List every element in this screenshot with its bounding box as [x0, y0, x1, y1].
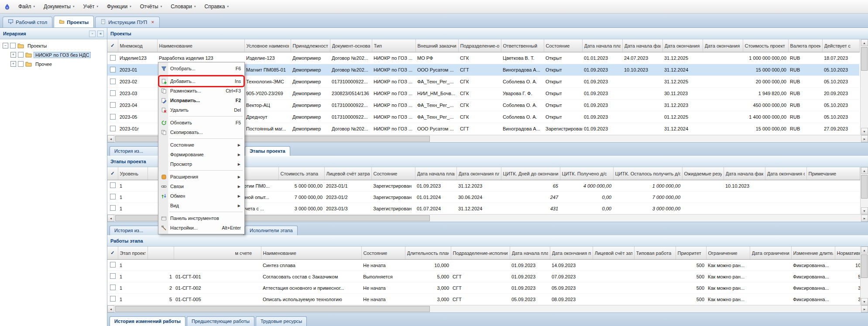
tab-Предшествующие работы[interactable]: Предшествующие работы — [187, 316, 254, 326]
column-header-Дата окончания ф[interactable]: Дата окончания ф — [765, 167, 806, 180]
context-menu-item-Настройки...[interactable]: Настройки...Alt+Enter — [158, 223, 244, 233]
column-header-unnamed[interactable] — [148, 247, 174, 260]
scroll-up-icon[interactable]: ▲ — [861, 167, 868, 174]
column-header-Внешний заказчик[interactable]: Внешний заказчик — [415, 39, 458, 52]
table-row[interactable]: 1501-СГТ-005Описать используемую техноло… — [107, 294, 860, 305]
scroll-down-icon[interactable]: ▼ — [861, 298, 868, 305]
row-checkbox[interactable] — [110, 194, 116, 199]
column-header-Валюта проекта[interactable]: Валюта проекта — [788, 39, 822, 52]
row-checkbox[interactable] — [110, 114, 116, 120]
column-header-Дата начала план[interactable]: Дата начала план — [510, 247, 550, 260]
row-checkbox[interactable] — [110, 90, 116, 96]
tree-node-Прочее[interactable]: +Прочее — [0, 59, 107, 69]
scroll-left-icon[interactable]: ◄ — [107, 215, 114, 222]
row-checkbox[interactable] — [110, 285, 116, 290]
menubar-item-Справка[interactable]: Справка▾ — [200, 2, 233, 11]
column-header-Нормативная длит[interactable]: Нормативная длит — [835, 247, 860, 260]
context-menu-item-Состояние[interactable]: Состояние▶ — [158, 140, 244, 150]
menubar-item-Документы[interactable]: Документы▾ — [39, 2, 79, 11]
column-header-Действует с[interactable]: Действует с — [822, 39, 859, 52]
column-header-Дата начала план[interactable]: Дата начала план — [415, 167, 456, 180]
context-menu-item-Добавить...[interactable]: Добавить...Ins — [158, 76, 244, 86]
scroll-down-icon[interactable]: ▼ — [861, 207, 868, 214]
column-header-Состояние[interactable]: Состояние — [371, 167, 415, 180]
column-header-Дата окончания ф[interactable]: Дата окончания ф — [703, 39, 743, 52]
column-header-Стоимость проект[interactable]: Стоимость проект — [743, 39, 788, 52]
column-header-Лицевой счёт затр[interactable]: Лицевой счёт затр — [593, 247, 634, 260]
column-header-Стоимость этапа[interactable]: Стоимость этапа — [278, 167, 324, 180]
column-header-Приоритет[interactable]: Приоритет — [676, 247, 706, 260]
column-header-Дата окончания план[interactable]: Дата окончания план — [550, 247, 593, 260]
row-checkbox[interactable] — [110, 67, 116, 72]
vertical-scrollbar[interactable]: ▲▼ — [860, 247, 868, 305]
row-checkbox[interactable] — [110, 262, 116, 268]
scroll-thumb[interactable] — [861, 175, 868, 199]
context-menu-item-Панель инструментов[interactable]: Панель инструментов — [158, 213, 244, 223]
scroll-up-icon[interactable]: ▲ — [861, 247, 868, 254]
scroll-thumb[interactable] — [115, 306, 430, 312]
context-menu-item-Отобрать...[interactable]: Отобрать...F6 — [158, 64, 244, 73]
select-all-header[interactable]: ✓ — [107, 247, 118, 260]
scroll-track[interactable] — [114, 305, 861, 312]
column-header-Дата начала факт[interactable]: Дата начала факт — [622, 39, 662, 52]
collapse-panel-icon[interactable]: « — [97, 31, 104, 37]
table-row[interactable]: 1201-СГТ-002Аттестация основного и приме… — [107, 282, 860, 294]
column-header-Подразделение-от[interactable]: Подразделение-от — [458, 39, 501, 52]
table-row[interactable]: 1Синтез сплаваНе начата10,00001.09.20231… — [107, 260, 860, 271]
tab-Инструкции ПУП[interactable]: Инструкции ПУП✕ — [95, 17, 160, 27]
column-header-Типовая работа[interactable]: Типовая работа — [634, 247, 676, 260]
row-checkbox[interactable] — [110, 126, 116, 131]
context-menu-item-Формирование[interactable]: Формирование▶ — [158, 150, 244, 159]
tab-close-icon[interactable]: ✕ — [151, 20, 154, 24]
menubar-item-Отчёты[interactable]: Отчёты▾ — [136, 2, 166, 11]
scroll-left-icon[interactable]: ◄ — [107, 135, 114, 142]
tab-Проекты[interactable]: Проекты — [54, 16, 94, 27]
vertical-scrollbar[interactable]: ▲▼ — [860, 39, 868, 135]
context-menu-item-Вид[interactable]: Вид▶ — [158, 201, 244, 210]
tree-node-НИОКР по ГОЗ без НДС[interactable]: +НИОКР по ГОЗ без НДС — [0, 50, 107, 59]
row-checkbox[interactable] — [110, 79, 116, 84]
column-header-Дата начала план[interactable]: Дата начала план — [582, 39, 622, 52]
collapse-node-icon[interactable]: − — [3, 43, 8, 48]
scroll-thumb[interactable] — [861, 47, 868, 71]
expand-node-icon[interactable]: + — [10, 52, 16, 58]
context-menu-item-Размножить...[interactable]: Размножить...Ctrl+F3 — [158, 86, 244, 96]
scroll-down-icon[interactable]: ▼ — [861, 128, 868, 135]
column-header-Состояние[interactable]: Состояние — [544, 39, 582, 52]
context-menu-item-Исправить...[interactable]: Исправить...F2 — [158, 96, 244, 105]
context-menu-item-Просмотр[interactable]: Просмотр▶ — [158, 159, 244, 169]
column-header-Длительность план[interactable]: Длительность план▼ — [405, 247, 451, 260]
column-header-Уровень[interactable]: Уровень — [118, 167, 148, 180]
scroll-left-icon[interactable]: ◄ — [107, 305, 114, 312]
context-menu-item-Скопировать...[interactable]: Скопировать... — [158, 127, 244, 137]
menubar-item-Файл[interactable]: Файл▾ — [14, 2, 39, 11]
column-header-Тип[interactable]: Тип — [372, 39, 415, 52]
vertical-scrollbar[interactable]: ▲▼ — [860, 167, 868, 214]
column-header-Дата окончания пл[interactable]: Дата окончания пл — [662, 39, 703, 52]
context-menu-item-Обмен[interactable]: Обмен▶ — [158, 191, 244, 201]
tab-Этапы проекта[interactable]: Этапы проекта — [245, 146, 290, 156]
tree-node-Проекты[interactable]: −Проекты — [0, 41, 107, 50]
column-header-Мнемокод[interactable]: Мнемокод — [118, 39, 157, 52]
select-all-header[interactable]: ✓ — [107, 39, 118, 52]
select-all-header[interactable]: ✓ — [107, 167, 118, 180]
menubar-item-Функции[interactable]: Функции▾ — [103, 2, 136, 11]
table-row[interactable]: 1101-СГТ-001Согласовать состав с Заказчи… — [107, 271, 860, 282]
column-header-ЦИТК. Получено д/с[interactable]: ЦИТК. Получено д/с — [560, 167, 613, 180]
scroll-up-icon[interactable]: ▲ — [861, 39, 868, 46]
tab-Исполнители этапа[interactable]: Исполнители этапа — [245, 226, 298, 235]
column-header-Условное наименован[interactable]: Условное наименован — [244, 39, 291, 52]
column-header-Лицевой счёт затрат[interactable]: Лицевой счёт затрат — [324, 167, 371, 180]
column-header-Наименование[interactable]: Наименование — [157, 39, 244, 52]
context-menu-item-Расширения[interactable]: Расширения▶ — [158, 172, 244, 182]
horizontal-scrollbar[interactable]: ◄► — [107, 305, 868, 312]
tab-Трудовые ресурсы[interactable]: Трудовые ресурсы — [256, 316, 307, 326]
column-header-Дата начала факт[interactable]: Дата начала факт — [724, 167, 765, 180]
tab-История изменений работы[interactable]: История изменений работы — [110, 316, 185, 326]
node-checkbox[interactable] — [18, 61, 24, 67]
column-header-Ожидаемые резул[interactable]: Ожидаемые резул — [682, 167, 724, 180]
column-header-Состояние[interactable]: Состояние — [361, 247, 405, 260]
row-checkbox[interactable] — [110, 55, 116, 61]
expand-node-icon[interactable]: + — [10, 61, 16, 67]
scroll-right-icon[interactable]: ► — [861, 215, 868, 222]
